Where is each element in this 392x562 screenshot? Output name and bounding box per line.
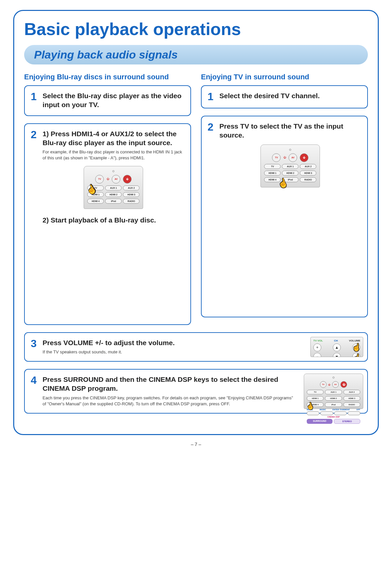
step3-main: Press VOLUME +/- to adjust the volume. bbox=[43, 338, 302, 347]
remote-ipod-btn: iPod bbox=[325, 402, 342, 407]
vol-minus-icon: − bbox=[352, 353, 360, 357]
remote-hdmi4-btn: HDMI 4 bbox=[87, 199, 104, 204]
movie-label: MOVIE bbox=[307, 409, 313, 411]
step-number: 1 bbox=[208, 91, 214, 102]
tvvol-label: TV VOL bbox=[313, 339, 323, 342]
step-number: 1 bbox=[31, 91, 37, 109]
remote-aux1-btn: AUX 1 bbox=[105, 185, 122, 190]
right-column: Enjoying TV in surround sound 1 Select t… bbox=[201, 73, 368, 332]
dsp-enter-btn bbox=[334, 411, 347, 415]
remote-hdmi3-btn: HDMI 3 bbox=[123, 192, 139, 197]
remote-aux2-btn: AUX 2 bbox=[123, 185, 139, 190]
dsp-movie-btn bbox=[307, 411, 319, 415]
left-column: Enjoying Blu-ray discs in surround sound… bbox=[24, 73, 191, 332]
volume-label: VOLUME bbox=[349, 339, 360, 342]
right-subheading: Enjoying TV in surround sound bbox=[201, 73, 368, 81]
ch-label: CH bbox=[334, 339, 338, 342]
remote-aux1-btn: AUX 1 bbox=[282, 164, 298, 169]
remote-radio-btn: RADIO bbox=[300, 177, 316, 182]
step-number: 2 bbox=[208, 122, 214, 192]
page-title: Basic playback operations bbox=[24, 19, 368, 39]
remote-ipod-btn: iPod bbox=[282, 177, 298, 182]
remote-aux1-btn: AUX 1 bbox=[325, 390, 342, 394]
remote-hdmi4-btn: HDMI 4 bbox=[264, 177, 281, 182]
two-columns: Enjoying Blu-ray discs in surround sound… bbox=[24, 73, 368, 332]
remote-hdmi3-btn: HDMI 3 bbox=[300, 171, 316, 176]
off-label: OFF bbox=[356, 409, 360, 411]
section-header: Playing back audio signals bbox=[24, 45, 368, 64]
cinema-dsp-banner: CINEMA DSP bbox=[307, 416, 360, 418]
remote-tv-power: TV bbox=[320, 381, 327, 388]
remote-tv-power: TV bbox=[272, 153, 281, 162]
step-number: 2 bbox=[31, 129, 37, 224]
surround-btn: SURROUND bbox=[307, 419, 333, 424]
volume-panel-illustration: TV VOL CH VOLUME +− ▲▼ +− TV TV ☝ ☝ bbox=[310, 337, 363, 357]
step3-sub: If the TV speakers output sounds, mute i… bbox=[43, 349, 302, 355]
remote-hdmi3-btn: HDMI 3 bbox=[343, 396, 360, 401]
left-step1-box: 1 Select the Blu-ray disc player as the … bbox=[24, 85, 191, 116]
dsp-panel-illustration: TV ⏻ AV ⏻ TVAUX 1AUX 2 HDMI 1HDMI 2HDMI … bbox=[304, 374, 363, 409]
page-footer: – 7 – bbox=[13, 442, 379, 447]
remote-illustration-left: TV ⏻ AV ⏻ TV AUX 1 AUX 2 bbox=[84, 166, 143, 209]
ch-up-icon: ▲ bbox=[333, 343, 341, 351]
left-step2-main1: 1) Press HDMI1-4 or AUX1/2 to select the… bbox=[43, 129, 184, 147]
remote-tv-btn: TV bbox=[87, 185, 104, 190]
right-step1-main: Select the desired TV channel. bbox=[219, 91, 361, 100]
remote-ipod-btn: iPod bbox=[105, 199, 122, 204]
right-step1-box: 1 Select the desired TV channel. bbox=[201, 85, 368, 108]
remote-hdmi2-btn: HDMI 2 bbox=[282, 171, 298, 176]
tvvol-plus-icon: + bbox=[313, 343, 321, 351]
remote-power: ⏻ bbox=[340, 381, 347, 388]
music-label: MUSIC bbox=[320, 409, 326, 411]
remote-radio-btn: RADIO bbox=[123, 199, 139, 204]
step-number: 3 bbox=[31, 338, 37, 355]
enter-label: ENTER TAINMENT bbox=[333, 409, 350, 411]
remote-aux2-btn: AUX 2 bbox=[300, 164, 316, 169]
remote-hdmi1-btn: HDMI 1 bbox=[264, 171, 281, 176]
left-step1-main: Select the Blu-ray disc player as the vi… bbox=[43, 91, 184, 109]
step4-box: 4 Press SURROUND and then the CINEMA DSP… bbox=[24, 369, 368, 414]
remote-tv-power: TV bbox=[95, 175, 104, 183]
section-header-text: Playing back audio signals bbox=[34, 48, 358, 61]
step4-sub: Each time you press the CINEMA DSP key, … bbox=[43, 395, 295, 407]
right-step2-main: Press TV to select the TV as the input s… bbox=[219, 122, 361, 140]
remote-tv-btn: TV bbox=[307, 390, 324, 394]
remote-power: ⏻ bbox=[300, 153, 308, 162]
ch-down-icon: ▼ bbox=[333, 353, 341, 357]
remote-hdmi1-btn: HDMI 1 bbox=[307, 396, 324, 401]
remote-av-power: AV bbox=[112, 175, 120, 183]
remote-tv-btn: TV bbox=[264, 164, 281, 169]
page-frame: Basic playback operations Playing back a… bbox=[13, 10, 379, 435]
remote-av-power: AV bbox=[332, 381, 339, 388]
left-step2-box: 2 1) Press HDMI1-4 or AUX1/2 to select t… bbox=[24, 123, 191, 325]
left-step2-sub: For example, if the Blu-ray disc player … bbox=[43, 149, 184, 161]
remote-illustration-right: TV ⏻ AV ⏻ TV AUX 1 AUX 2 bbox=[260, 144, 320, 187]
step-number: 4 bbox=[31, 375, 37, 407]
left-step2-main2: 2) Start playback of a Blu-ray disc. bbox=[43, 216, 184, 224]
stereo-btn: STEREO bbox=[334, 419, 360, 424]
vol-plus-icon: + bbox=[352, 343, 360, 351]
tvvol-minus-icon: − bbox=[313, 353, 321, 357]
remote-hdmi4-btn: HDMI 4 bbox=[307, 402, 324, 407]
remote-power: ⏻ bbox=[123, 175, 132, 183]
step3-box: 3 Press VOLUME +/- to adjust the volume.… bbox=[24, 332, 368, 362]
remote-av-power: AV bbox=[289, 153, 297, 162]
left-subheading: Enjoying Blu-ray discs in surround sound bbox=[24, 73, 191, 81]
remote-aux2-btn: AUX 2 bbox=[343, 390, 360, 394]
dsp-music-btn bbox=[320, 411, 333, 415]
remote-hdmi2-btn: HDMI 2 bbox=[105, 192, 122, 197]
remote-hdmi2-btn: HDMI 2 bbox=[325, 396, 342, 401]
step4-main: Press SURROUND and then the CINEMA DSP k… bbox=[43, 375, 295, 393]
right-step2-box: 2 Press TV to select the TV as the input… bbox=[201, 116, 368, 317]
remote-radio-btn: RADIO bbox=[343, 402, 360, 407]
dsp-off-btn bbox=[348, 411, 360, 415]
remote-hdmi1-btn: HDMI 1 bbox=[87, 192, 104, 197]
